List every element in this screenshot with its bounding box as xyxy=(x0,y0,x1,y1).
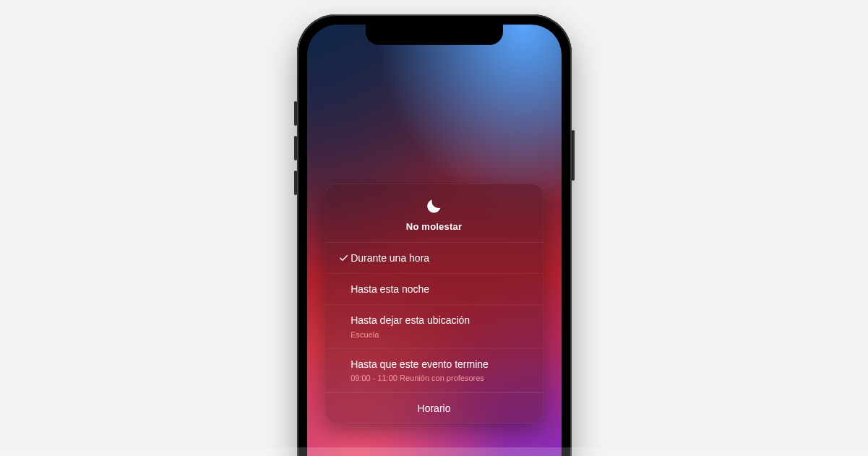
dnd-option-until-leave-location[interactable]: Hasta dejar esta ubicación Escuela xyxy=(325,305,543,348)
checkmark-placeholder xyxy=(336,358,351,359)
schedule-button[interactable]: Horario xyxy=(325,392,543,423)
option-label: Hasta que este evento termine xyxy=(351,358,532,371)
option-label: Durante una hora xyxy=(351,251,532,264)
checkmark-placeholder xyxy=(336,314,351,315)
panel-title: No molestar xyxy=(335,221,533,232)
option-label: Hasta esta noche xyxy=(351,283,532,296)
dnd-option-until-event-ends[interactable]: Hasta que este evento termine 09:00 - 11… xyxy=(325,349,543,392)
option-sublabel: Escuela xyxy=(351,330,532,340)
option-label: Hasta dejar esta ubicación xyxy=(351,314,532,327)
dnd-option-one-hour[interactable]: Durante una hora xyxy=(325,243,543,274)
option-sublabel: 09:00 - 11:00 Reunión con profesores xyxy=(351,373,532,383)
dnd-option-until-tonight[interactable]: Hasta esta noche xyxy=(325,274,543,305)
moon-icon xyxy=(335,197,533,215)
iphone-screen: No molestar Durante una hora Hasta esta … xyxy=(307,25,562,456)
checkmark-icon xyxy=(336,251,351,263)
iphone-frame: No molestar Durante una hora Hasta esta … xyxy=(297,14,572,456)
iphone-notch xyxy=(365,25,502,45)
checkmark-placeholder xyxy=(336,283,351,284)
panel-header: No molestar xyxy=(325,184,543,243)
do-not-disturb-panel: No molestar Durante una hora Hasta esta … xyxy=(325,184,543,423)
